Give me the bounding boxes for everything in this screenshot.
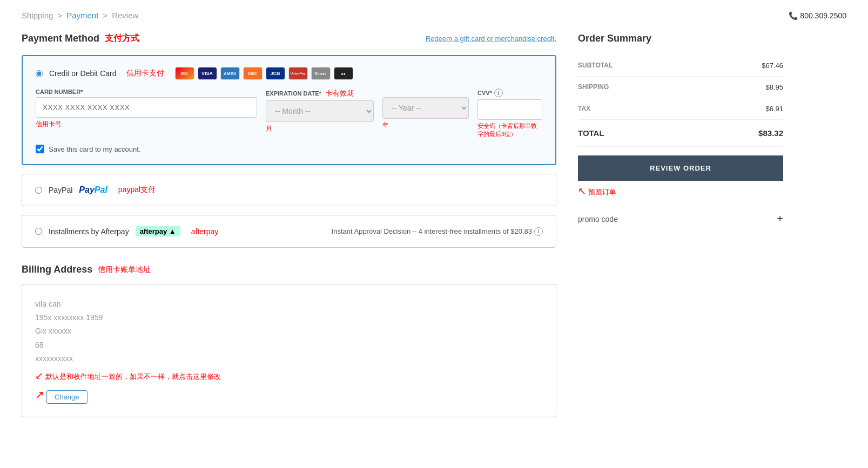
save-card-checkbox[interactable]	[36, 145, 44, 153]
afterpay-logo: afterpay ▲	[136, 226, 180, 236]
cvv-info-icon[interactable]: ℹ	[494, 89, 503, 97]
review-order-button[interactable]: REVIEW ORDER	[578, 155, 783, 181]
credit-card-radio[interactable]	[36, 70, 43, 77]
paypal-label[interactable]: PayPal	[49, 186, 72, 194]
paypal-header: PayPal PayPal paypal支付	[35, 185, 543, 195]
order-summary-title: Order Summary	[578, 33, 783, 44]
visa-icon: VISA	[198, 67, 217, 80]
afterpay-chinese: afterpay	[191, 227, 219, 236]
save-card-row: Save this card to my account.	[36, 145, 542, 153]
shipping-label: SHIPPING	[578, 83, 609, 91]
billing-title: Billing Address	[22, 264, 92, 275]
breadcrumb: Shipping > Payment > Review 800.309.2500	[22, 11, 846, 20]
order-summary-column: Order Summary SUBTOTAL $67.46 SHIPPING $…	[578, 33, 783, 417]
afterpay-description: Instant Approval Decision – 4 interest-f…	[332, 227, 543, 236]
mastercard-icon: MC	[175, 67, 194, 80]
total-value: $83.32	[758, 128, 783, 138]
billing-box: vila can 195x xxxxxxxx 1959 Gix xxxxxx 6…	[22, 284, 556, 417]
cvv-annotation: 安全码（卡背后那串数字的最后3位）	[477, 122, 542, 138]
card-number-row: CARD NUMBER* 信用卡号 EXPIRATION DATE* 卡有效期 …	[36, 89, 542, 138]
credit-card-option: Credit or Debit Card 信用卡支付 MC VISA AMEX …	[22, 55, 556, 165]
save-card-label[interactable]: Save this card to my account.	[49, 145, 141, 153]
unionpay-icon: UnionPay	[288, 67, 308, 80]
tax-row: TAX $6.91	[578, 98, 783, 120]
jcb-icon: JCB	[266, 67, 285, 80]
subtotal-label: SUBTOTAL	[578, 62, 613, 70]
amex-icon: AMEX	[220, 67, 240, 80]
payment-title: Payment Method 支付方式	[22, 33, 139, 44]
promo-label: promo code	[578, 215, 618, 223]
cvv-label: CVV*	[477, 90, 492, 96]
billing-header: Billing Address 信用卡账单地址	[22, 264, 556, 275]
card-icons-group: MC VISA AMEX DISC JCB UnionPay Diners ●●	[175, 67, 353, 80]
cvv-group: CVV* ℹ 安全码（卡背后那串数字的最后3位）	[477, 89, 542, 138]
redeem-link[interactable]: Redeem a gift card or merchandise credit…	[426, 35, 556, 43]
billing-section: Billing Address 信用卡账单地址 vila can 195x xx…	[22, 264, 556, 417]
billing-line1: vila can	[35, 297, 543, 311]
breadcrumb-shipping: Shipping	[22, 11, 53, 20]
expiry-year-group: Year -- Year -- 2024 2025 2026 2027 2028…	[382, 89, 469, 138]
other-card-icon: ●●	[334, 67, 353, 80]
total-row: TOTAL $83.32	[578, 120, 783, 147]
billing-line2: 195x xxxxxxxx 1959	[35, 311, 543, 324]
shipping-value: $8.95	[765, 83, 783, 91]
paypal-option: PayPal PayPal paypal支付	[22, 174, 556, 206]
year-annotation: 年	[382, 121, 469, 130]
afterpay-radio[interactable]	[35, 228, 42, 235]
change-arrow-icon: ↗	[35, 388, 44, 401]
paypal-radio[interactable]	[35, 187, 42, 194]
order-summary: Order Summary SUBTOTAL $67.46 SHIPPING $…	[578, 33, 783, 232]
promo-code-row[interactable]: promo code +	[578, 206, 783, 232]
total-label: TOTAL	[578, 128, 604, 138]
card-number-input[interactable]	[36, 97, 257, 118]
card-form: CARD NUMBER* 信用卡号 EXPIRATION DATE* 卡有效期 …	[36, 89, 542, 153]
subtotal-row: SUBTOTAL $67.46	[578, 55, 783, 77]
preview-annotation: ↖ 预览订单	[578, 185, 783, 197]
diners-icon: Diners	[311, 67, 331, 80]
card-number-label: CARD NUMBER*	[36, 89, 257, 95]
billing-address: vila can 195x xxxxxxxx 1959 Gix xxxxxx 6…	[35, 297, 543, 365]
billing-annotation: ↙ 默认是和收件地址一致的，如果不一样，就点击这里修改	[35, 370, 543, 382]
payment-method-label: Payment Method	[22, 33, 99, 44]
billing-title-chinese: 信用卡账单地址	[98, 265, 151, 275]
tax-value: $6.91	[765, 105, 783, 113]
paypal-chinese: paypal支付	[118, 185, 156, 195]
left-column: Payment Method 支付方式 Redeem a gift card o…	[22, 33, 556, 417]
card-number-annotation: 信用卡号	[36, 120, 257, 129]
tax-label: TAX	[578, 105, 590, 113]
billing-line3: Gix xxxxxx	[35, 324, 543, 338]
year-select[interactable]: -- Year -- 2024 2025 2026 2027 2028 2029	[382, 97, 469, 119]
payment-section-header: Payment Method 支付方式 Redeem a gift card o…	[22, 33, 556, 44]
expiry-chinese: 卡有效期	[326, 89, 354, 98]
credit-card-chinese: 信用卡支付	[126, 69, 164, 78]
billing-line5: xxxxxxxxxx	[35, 352, 543, 365]
expiry-month-group: EXPIRATION DATE* 卡有效期 -- Month -- 01 02 …	[266, 89, 374, 138]
credit-card-label[interactable]: Credit or Debit Card	[49, 69, 117, 78]
afterpay-header: Installments by Afterpay afterpay ▲ afte…	[35, 226, 543, 236]
paypal-logo: PayPal	[79, 185, 107, 195]
subtotal-value: $67.46	[762, 62, 783, 70]
promo-plus-icon: +	[777, 213, 783, 225]
afterpay-label[interactable]: Installments by Afterpay	[49, 227, 129, 236]
afterpay-option: Installments by Afterpay afterpay ▲ afte…	[22, 215, 556, 248]
phone-number: 800.309.2500	[789, 11, 846, 20]
afterpay-info-icon[interactable]: ℹ	[534, 227, 543, 236]
cvv-input[interactable]	[477, 99, 542, 120]
card-number-group: CARD NUMBER* 信用卡号	[36, 89, 257, 138]
change-row: ↗ Change	[35, 386, 543, 404]
credit-card-header: Credit or Debit Card 信用卡支付 MC VISA AMEX …	[36, 67, 542, 80]
discover-icon: DISC	[243, 67, 263, 80]
shipping-row: SHIPPING $8.95	[578, 77, 783, 98]
breadcrumb-payment: Payment	[66, 11, 98, 20]
breadcrumb-review: Review	[112, 11, 138, 20]
separator-1: >	[57, 11, 62, 20]
separator-2: >	[103, 11, 107, 20]
month-annotation: 月	[266, 124, 374, 133]
payment-method-chinese: 支付方式	[105, 33, 139, 44]
expiry-label: EXPIRATION DATE*	[266, 90, 321, 97]
change-address-button[interactable]: Change	[46, 390, 88, 404]
billing-line4: 68	[35, 338, 543, 352]
month-select[interactable]: -- Month -- 01 02 03 04 05 06 07 08 09 1	[266, 100, 374, 122]
